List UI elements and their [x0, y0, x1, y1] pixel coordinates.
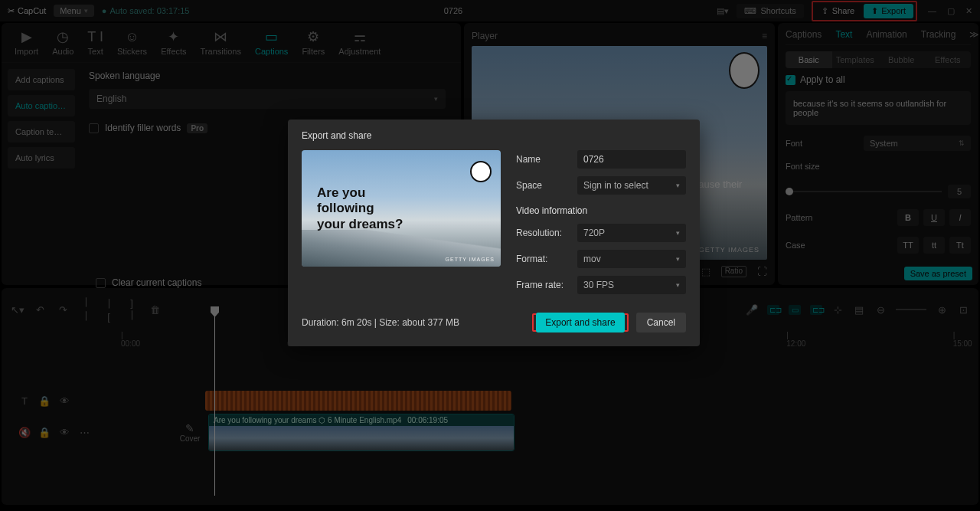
- video-info-heading: Video information: [516, 205, 686, 216]
- framerate-select[interactable]: 30 FPS▾: [577, 276, 686, 294]
- framerate-label: Frame rate:: [516, 280, 577, 290]
- resolution-select[interactable]: 720P▾: [577, 224, 686, 242]
- export-and-share-button[interactable]: Export and share: [536, 313, 624, 332]
- space-label: Space: [516, 180, 577, 191]
- space-select[interactable]: Sign in to select▾: [577, 176, 686, 195]
- format-label: Format:: [516, 254, 577, 264]
- name-label: Name: [516, 154, 577, 165]
- stopwatch-graphic: [470, 156, 493, 184]
- cancel-button[interactable]: Cancel: [636, 313, 686, 332]
- watermark: GETTY IMAGES: [446, 257, 495, 262]
- modal-title: Export and share: [302, 130, 686, 141]
- name-input[interactable]: 0726: [577, 150, 686, 169]
- export-share-highlight: Export and share: [532, 313, 628, 332]
- format-select[interactable]: mov▾: [577, 250, 686, 268]
- resolution-label: Resolution:: [516, 228, 577, 238]
- export-modal: Export and share Are you following your …: [288, 120, 700, 346]
- duration-text: Duration: 6m 20s | Size: about 377 MB: [302, 317, 459, 328]
- export-preview: Are you following your dreams? GETTY IMA…: [302, 150, 501, 267]
